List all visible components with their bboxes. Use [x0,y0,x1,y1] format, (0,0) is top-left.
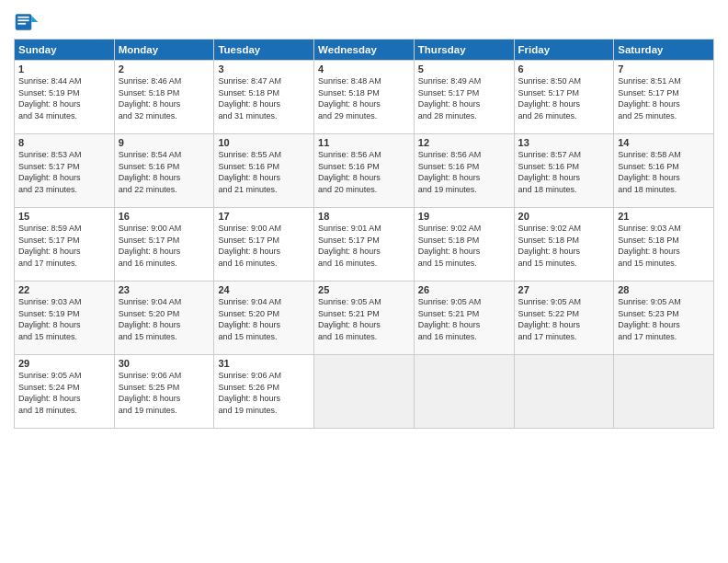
day-info: Sunrise: 8:55 AMSunset: 5:16 PMDaylight:… [218,149,310,195]
calendar-week-1: 1Sunrise: 8:44 AMSunset: 5:19 PMDaylight… [15,61,714,134]
day-number: 9 [119,137,210,148]
day-info: Sunrise: 8:58 AMSunset: 5:16 PMDaylight:… [618,149,710,195]
day-info: Sunrise: 8:50 AMSunset: 5:17 PMDaylight:… [518,75,610,121]
calendar-day: 10Sunrise: 8:55 AMSunset: 5:16 PMDayligh… [214,134,314,208]
logo-icon [14,9,40,35]
calendar-day: 16Sunrise: 9:00 AMSunset: 5:17 PMDayligh… [114,208,214,282]
calendar-day: 31Sunrise: 9:06 AMSunset: 5:26 PMDayligh… [214,355,314,429]
calendar-week-3: 15Sunrise: 8:59 AMSunset: 5:17 PMDayligh… [15,208,714,282]
header-row: Sunday Monday Tuesday Wednesday Thursday… [15,40,714,61]
calendar-day: 7Sunrise: 8:51 AMSunset: 5:17 PMDaylight… [614,61,714,134]
day-info: Sunrise: 9:02 AMSunset: 5:18 PMDaylight:… [418,223,510,269]
day-info: Sunrise: 8:51 AMSunset: 5:17 PMDaylight:… [618,75,710,121]
day-info: Sunrise: 8:57 AMSunset: 5:16 PMDaylight:… [518,149,610,195]
col-monday: Monday [114,40,214,61]
logo [14,9,43,35]
calendar-week-4: 22Sunrise: 9:03 AMSunset: 5:19 PMDayligh… [15,282,714,355]
day-number: 19 [418,211,510,222]
day-number: 12 [418,137,510,148]
day-info: Sunrise: 9:05 AMSunset: 5:22 PMDaylight:… [518,296,610,342]
day-number: 4 [318,63,410,75]
day-info: Sunrise: 8:53 AMSunset: 5:17 PMDaylight:… [18,149,110,195]
calendar-day: 17Sunrise: 9:00 AMSunset: 5:17 PMDayligh… [214,208,314,282]
day-number: 14 [618,137,710,148]
day-info: Sunrise: 9:05 AMSunset: 5:24 PMDaylight:… [18,370,110,416]
day-info: Sunrise: 8:56 AMSunset: 5:16 PMDaylight:… [318,149,410,195]
calendar-week-5: 29Sunrise: 9:05 AMSunset: 5:24 PMDayligh… [15,355,714,429]
day-number: 18 [318,211,410,222]
day-number: 7 [618,63,710,75]
day-number: 13 [518,137,610,148]
day-number: 16 [119,211,210,222]
day-info: Sunrise: 9:06 AMSunset: 5:25 PMDaylight:… [119,370,210,416]
calendar-week-2: 8Sunrise: 8:53 AMSunset: 5:17 PMDaylight… [15,134,714,208]
day-info: Sunrise: 8:49 AMSunset: 5:17 PMDaylight:… [418,75,510,121]
calendar-day: 26Sunrise: 9:05 AMSunset: 5:21 PMDayligh… [414,282,514,355]
svg-rect-4 [17,23,26,25]
calendar-day: 19Sunrise: 9:02 AMSunset: 5:18 PMDayligh… [414,208,514,282]
day-info: Sunrise: 9:05 AMSunset: 5:21 PMDaylight:… [318,296,410,342]
day-number: 29 [18,358,110,369]
calendar-day: 15Sunrise: 8:59 AMSunset: 5:17 PMDayligh… [15,208,115,282]
day-number: 8 [18,137,110,148]
day-info: Sunrise: 8:44 AMSunset: 5:19 PMDaylight:… [18,75,110,121]
day-number: 30 [119,358,210,369]
day-number: 6 [518,63,610,75]
day-number: 2 [119,63,210,75]
day-info: Sunrise: 8:47 AMSunset: 5:18 PMDaylight:… [218,75,310,121]
col-sunday: Sunday [15,40,115,61]
calendar-day: 1Sunrise: 8:44 AMSunset: 5:19 PMDaylight… [15,61,115,134]
day-info: Sunrise: 8:54 AMSunset: 5:16 PMDaylight:… [119,149,210,195]
day-number: 27 [518,284,610,295]
col-tuesday: Tuesday [214,40,314,61]
calendar-day: 28Sunrise: 9:05 AMSunset: 5:23 PMDayligh… [614,282,714,355]
calendar-day: 20Sunrise: 9:02 AMSunset: 5:18 PMDayligh… [514,208,614,282]
calendar-day [514,355,614,429]
calendar-day: 13Sunrise: 8:57 AMSunset: 5:16 PMDayligh… [514,134,614,208]
header [14,9,714,35]
calendar-day [314,355,415,429]
calendar-day: 29Sunrise: 9:05 AMSunset: 5:24 PMDayligh… [15,355,115,429]
calendar-day [614,355,714,429]
day-info: Sunrise: 9:03 AMSunset: 5:18 PMDaylight:… [618,223,710,269]
day-number: 23 [119,284,210,295]
day-info: Sunrise: 9:06 AMSunset: 5:26 PMDaylight:… [218,370,310,416]
calendar-day: 18Sunrise: 9:01 AMSunset: 5:17 PMDayligh… [314,208,415,282]
day-info: Sunrise: 9:03 AMSunset: 5:19 PMDaylight:… [18,296,110,342]
day-number: 3 [218,63,310,75]
day-info: Sunrise: 8:46 AMSunset: 5:18 PMDaylight:… [119,75,210,121]
day-info: Sunrise: 9:05 AMSunset: 5:21 PMDaylight:… [418,296,510,342]
day-info: Sunrise: 9:04 AMSunset: 5:20 PMDaylight:… [119,296,210,342]
day-info: Sunrise: 9:01 AMSunset: 5:17 PMDaylight:… [318,223,410,269]
calendar-body: 1Sunrise: 8:44 AMSunset: 5:19 PMDaylight… [15,61,714,429]
day-number: 24 [218,284,310,295]
calendar-day: 25Sunrise: 9:05 AMSunset: 5:21 PMDayligh… [314,282,415,355]
svg-rect-3 [17,19,28,21]
calendar-day: 8Sunrise: 8:53 AMSunset: 5:17 PMDaylight… [15,134,115,208]
svg-rect-2 [17,17,28,18]
day-info: Sunrise: 9:00 AMSunset: 5:17 PMDaylight:… [218,223,310,269]
calendar-day: 4Sunrise: 8:48 AMSunset: 5:18 PMDaylight… [314,61,415,134]
svg-marker-1 [31,16,38,22]
day-number: 22 [18,284,110,295]
calendar-day: 12Sunrise: 8:56 AMSunset: 5:16 PMDayligh… [414,134,514,208]
calendar-table: Sunday Monday Tuesday Wednesday Thursday… [14,39,714,429]
day-number: 25 [318,284,410,295]
day-number: 11 [318,137,410,148]
day-number: 10 [218,137,310,148]
calendar-day: 14Sunrise: 8:58 AMSunset: 5:16 PMDayligh… [614,134,714,208]
col-wednesday: Wednesday [314,40,415,61]
calendar-day: 27Sunrise: 9:05 AMSunset: 5:22 PMDayligh… [514,282,614,355]
col-friday: Friday [514,40,614,61]
col-thursday: Thursday [414,40,514,61]
calendar-day: 21Sunrise: 9:03 AMSunset: 5:18 PMDayligh… [614,208,714,282]
day-number: 26 [418,284,510,295]
day-info: Sunrise: 8:56 AMSunset: 5:16 PMDaylight:… [418,149,510,195]
calendar-day: 24Sunrise: 9:04 AMSunset: 5:20 PMDayligh… [214,282,314,355]
day-number: 28 [618,284,710,295]
calendar-day [414,355,514,429]
day-number: 17 [218,211,310,222]
day-number: 1 [18,63,110,75]
day-info: Sunrise: 9:05 AMSunset: 5:23 PMDaylight:… [618,296,710,342]
day-info: Sunrise: 8:59 AMSunset: 5:17 PMDaylight:… [18,223,110,269]
